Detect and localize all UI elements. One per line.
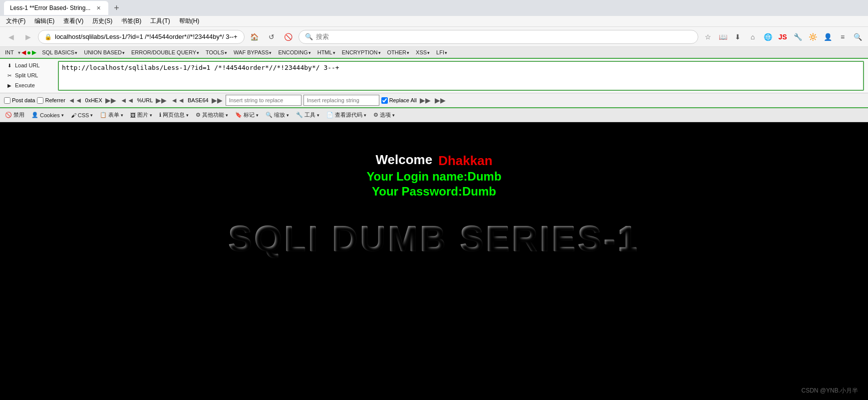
menu-edit[interactable]: 编辑(E) [30,16,58,26]
menu-help[interactable]: 帮助(H) [175,16,204,26]
post-data-label: Post data [12,97,35,103]
ohex-label: 0xHEX [85,97,102,103]
referrer-checkbox-label[interactable]: Referrer [37,97,65,104]
replace-all-label: Replace All [389,97,417,103]
address-bar-row: ◀ ▶ 🔒 🏠 ↺ 🚫 🔍 ☆ 📖 ⬇ ⌂ 🌐 JS 🔧 🔆 👤 ≡ 🔍 [0,27,868,47]
zoom-label: 缩放 [274,111,285,119]
other-features-button[interactable]: ⚙ 其他功能 [193,110,231,120]
back-button[interactable]: ◀ [4,30,18,44]
js-icon[interactable]: JS [776,30,789,43]
post-data-checkbox-label[interactable]: Post data [4,97,35,104]
error-double-query-menu[interactable]: ERROR/DOUBLE QUERY [128,48,202,56]
html-menu[interactable]: HTML [314,48,338,56]
green-dot-icon: ● [27,48,31,56]
green-arrow-icon: ▶ [32,49,36,56]
stop-button[interactable]: 🚫 [282,30,295,44]
split-url-button[interactable]: ✂ Split URL [4,71,54,80]
marker-icon: 🔖 [235,112,242,118]
referrer-checkbox[interactable] [37,97,43,104]
ext1-button[interactable]: 🔧 [791,30,804,43]
view-source-label: 查看源代码 [335,111,362,119]
options-button[interactable]: ⚙ 选项 [370,110,398,120]
ext2-button[interactable]: 🔆 [806,30,819,43]
int-section: INT ▾ ◀ ● ▶ [2,48,36,56]
no-symbol-icon: 🚫 [5,112,12,118]
image-icon: 🖼 [130,112,136,118]
url-textarea[interactable]: http://localhost/sqlilabs/Less-1/?id=1 /… [58,61,864,91]
execute-button[interactable]: ▶ Execute [4,81,54,90]
insert-replace-input[interactable] [226,95,301,106]
insert-replacing-input[interactable] [303,95,379,106]
referrer-label: Referrer [45,97,65,103]
lfi-menu[interactable]: LFI [433,48,450,56]
xss-menu[interactable]: XSS [413,48,433,56]
menu-history[interactable]: 历史(S) [88,16,116,26]
options-label: 选项 [380,111,391,119]
lock-icon: 🔒 [44,33,52,40]
int-label[interactable]: INT [2,48,17,56]
other-menu[interactable]: OTHER [384,48,413,56]
welcome-text: Welcome [375,152,432,168]
hex-right-arrow: ▶▶ [104,96,117,104]
cookies-button[interactable]: 👤 Cookies [28,111,67,119]
browser-tab[interactable]: Less-1 **Error Based- String... ✕ [4,1,108,15]
images-label: 图片 [137,111,148,119]
union-based-menu[interactable]: UNION BASED [81,48,128,56]
view-source-button[interactable]: 📄 查看源代码 [323,110,369,120]
options-icon: ⚙ [373,112,378,118]
disable-button[interactable]: 🚫 禁用 [2,110,27,120]
home-icon-button[interactable]: ⌂ [746,30,759,43]
base64-right-arrow: ▶▶ [211,96,224,104]
forward-button[interactable]: ▶ [21,30,35,44]
images-button[interactable]: 🖼 图片 [127,110,155,120]
person-icon: 👤 [31,112,38,118]
zoom-button[interactable]: 🔍 [851,30,864,43]
url-input[interactable] [55,33,238,40]
bookmark-star-button[interactable]: ☆ [701,30,714,43]
base64-left-arrow: ◄◄ [170,96,186,104]
waf-bypass-menu[interactable]: WAF BYPASS [231,48,275,56]
css-button[interactable]: 🖌 CSS [68,111,96,119]
info-icon: ℹ [159,112,161,118]
int-dropdown-arrow[interactable]: ▾ [18,50,20,55]
tools-menu[interactable]: TOOLS [203,48,230,56]
reading-mode-button[interactable]: 📖 [716,30,729,43]
reload-button[interactable]: ↺ [265,30,279,44]
replace-all-checkbox[interactable] [381,97,388,104]
search-input[interactable] [316,33,692,40]
sql-basics-menu[interactable]: SQL BASICS [39,48,80,56]
tools-ext-label: 工具 [304,111,315,119]
footer-text: CSDN @YNB.小月半 [801,387,858,395]
wrench-icon: 🔧 [296,112,303,118]
marker-button[interactable]: 🔖 标记 [232,110,262,120]
zoom-button[interactable]: 🔍 缩放 [263,110,292,120]
replace-all-checkbox-label[interactable]: Replace All [381,97,417,104]
tools-ext-button[interactable]: 🔧 工具 [293,110,322,120]
menu-tools[interactable]: 工具(T) [146,16,174,26]
menu-file[interactable]: 文件(F) [2,16,29,26]
menu-bookmarks[interactable]: 书签(B) [117,16,145,26]
profile-button[interactable]: 👤 [821,30,834,43]
forms-button[interactable]: 📋 表单 [97,110,126,120]
gear-icon: ⚙ [196,112,201,118]
other-features-label: 其他功能 [202,111,224,119]
menu-view[interactable]: 查看(V) [59,16,87,26]
forms-label: 表单 [108,111,119,119]
new-tab-button[interactable]: + [110,2,122,14]
search-bar: 🔍 [298,30,698,44]
url-sidebar: ⬇ Load URL ✂ Split URL ▶ Execute [4,61,54,90]
home-button[interactable]: 🏠 [248,30,262,44]
source-icon: 📄 [326,112,333,118]
title-bar: Less-1 **Error Based- String... ✕ + [0,0,868,16]
menu-dots-button[interactable]: ≡ [836,30,849,43]
post-data-checkbox[interactable] [4,97,10,104]
marker-label: 标记 [244,111,255,119]
globe-icon[interactable]: 🌐 [761,30,774,43]
encryption-menu[interactable]: ENCRYPTION [339,48,384,56]
tab-close-button[interactable]: ✕ [94,4,102,12]
replace-arrow-icon: ▶▶ [419,96,432,104]
encoding-menu[interactable]: ENCODING [275,48,313,56]
load-url-button[interactable]: ⬇ Load URL [4,61,54,70]
page-info-button[interactable]: ℹ 网页信息 [156,110,192,120]
download-button[interactable]: ⬇ [731,30,744,43]
